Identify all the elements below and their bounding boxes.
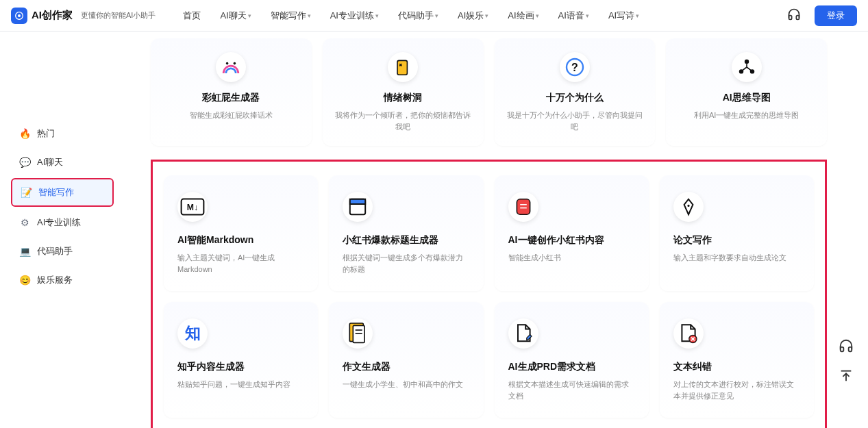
card-title: 文本纠错 — [673, 361, 800, 373]
sidebar-item[interactable]: 😊娱乐服务 — [11, 267, 114, 293]
sidebar-label: AI专业训练 — [37, 216, 81, 229]
nav-item[interactable]: AI绘画▾ — [508, 10, 538, 22]
card-desc: 一键生成小学生、初中和高中的作文 — [343, 379, 469, 390]
cards-row-3: 知 知乎内容生成器 粘贴知乎问题，一键生成知乎内容 作文生成器 一键生成小学生、… — [164, 302, 814, 418]
sidebar-item[interactable]: 💻代码助手 — [11, 238, 114, 264]
sidebar-label: 娱乐服务 — [37, 274, 73, 286]
tool-card[interactable]: M↓ AI智能Markdown 输入主题关键词，AI一键生成Markdown — [164, 175, 318, 291]
card-title: AI思维导图 — [677, 92, 816, 104]
card-title: 十万个为什么 — [506, 92, 645, 104]
sidebar-label: 智能写作 — [38, 186, 74, 199]
card-title: 知乎内容生成器 — [177, 361, 304, 373]
tool-card[interactable]: 情绪树洞 我将作为一个倾听者，把你的烦恼都告诉我吧 — [323, 38, 484, 146]
nav-label: AI绘画 — [508, 10, 534, 22]
nav-item[interactable]: AI语音▾ — [558, 10, 589, 22]
card-title: AI生成PRD需求文档 — [508, 361, 635, 373]
tool-card[interactable]: ? 十万个为什么 我是十万个为什么小助手，尽管向我提问吧 — [495, 38, 656, 146]
card-icon — [673, 318, 704, 349]
svg-point-3 — [234, 62, 236, 65]
tool-card[interactable]: 彩虹屁生成器 智能生成彩虹屁吹捧话术 — [151, 38, 312, 146]
card-desc: 根据文本描述生成可快速编辑的需求文档 — [508, 379, 635, 401]
nav-label: AI娱乐 — [458, 10, 484, 22]
card-title: 小红书爆款标题生成器 — [343, 234, 469, 247]
chevron-down-icon: ▾ — [586, 12, 589, 19]
card-desc: 粘贴知乎问题，一键生成知乎内容 — [177, 379, 304, 390]
nav: 首页AI聊天▾智能写作▾AI专业训练▾代码助手▾AI娱乐▾AI绘画▾AI语音▾A… — [183, 10, 787, 22]
sidebar-label: 热门 — [37, 127, 55, 140]
login-button[interactable]: 登录 — [815, 5, 857, 26]
card-desc: 输入主题和字数要求自动生成论文 — [673, 252, 800, 264]
logo[interactable]: AI创作家 — [11, 8, 73, 24]
card-desc: 智能生成彩虹屁吹捧话术 — [162, 110, 301, 121]
support-icon[interactable] — [835, 335, 857, 357]
card-icon — [508, 318, 538, 349]
nav-item[interactable]: 代码助手▾ — [398, 10, 438, 22]
svg-rect-20 — [354, 325, 365, 342]
tool-card[interactable]: AI一键创作小红书内容 智能生成小红书 — [495, 175, 649, 291]
card-title: 论文写作 — [673, 234, 800, 247]
nav-label: AI写诗 — [608, 10, 634, 22]
card-desc: 对上传的文本进行校对，标注错误文本并提供修正意见 — [673, 379, 800, 401]
sidebar-item[interactable]: ⚙AI专业训练 — [11, 210, 114, 236]
card-title: 彩虹屁生成器 — [162, 92, 301, 104]
svg-point-17 — [687, 205, 689, 207]
tool-card[interactable]: 知 知乎内容生成器 粘贴知乎问题，一键生成知乎内容 — [164, 302, 318, 418]
card-icon — [216, 52, 246, 82]
card-desc: 利用AI一键生成完整的思维导图 — [677, 110, 816, 121]
tagline: 更懂你的智能AI小助手 — [81, 10, 156, 21]
nav-label: AI语音 — [558, 10, 584, 22]
sidebar-item[interactable]: 💬AI聊天 — [11, 149, 114, 175]
tool-card[interactable]: AI思维导图 利用AI一键生成完整的思维导图 — [666, 38, 827, 146]
card-icon — [508, 192, 538, 222]
sidebar-item[interactable]: 🔥热门 — [11, 121, 114, 147]
tool-card[interactable]: 作文生成器 一键生成小学生、初中和高中的作文 — [329, 302, 483, 418]
card-desc: 智能生成小红书 — [508, 252, 635, 264]
card-icon — [343, 192, 373, 222]
chevron-down-icon: ▾ — [375, 12, 379, 19]
nav-label: 代码助手 — [398, 10, 434, 22]
nav-item[interactable]: 智能写作▾ — [271, 10, 311, 22]
svg-rect-13 — [350, 199, 365, 204]
card-title: AI一键创作小红书内容 — [508, 234, 635, 247]
logo-icon — [11, 8, 27, 24]
sidebar: 🔥热门💬AI聊天📝智能写作⚙AI专业训练💻代码助手😊娱乐服务 — [0, 32, 137, 428]
nav-item[interactable]: AI专业训练▾ — [330, 10, 379, 22]
nav-item[interactable]: AI聊天▾ — [220, 10, 251, 22]
back-to-top-icon[interactable] — [835, 365, 857, 387]
sidebar-icon: 💬 — [19, 157, 30, 168]
card-desc: 我是十万个为什么小助手，尽管向我提问吧 — [506, 110, 645, 132]
chevron-down-icon: ▾ — [485, 12, 488, 19]
svg-rect-14 — [517, 199, 530, 214]
card-title: 作文生成器 — [343, 361, 469, 373]
sidebar-icon: 😊 — [19, 275, 30, 286]
cards-row-top: 彩虹屁生成器 智能生成彩虹屁吹捧话术 情绪树洞 我将作为一个倾听者，把你的烦恼都… — [151, 38, 827, 146]
card-icon — [388, 52, 418, 82]
card-desc: 我将作为一个倾听者，把你的烦恼都告诉我吧 — [334, 110, 473, 132]
tool-card[interactable]: 小红书爆款标题生成器 根据关键词一键生成多个有爆款潜力的标题 — [329, 175, 483, 291]
sidebar-icon: 🔥 — [19, 128, 30, 139]
content: 彩虹屁生成器 智能生成彩虹屁吹捧话术 情绪树洞 我将作为一个倾听者，把你的烦恼都… — [137, 32, 868, 428]
svg-text:?: ? — [571, 62, 578, 73]
chevron-down-icon: ▾ — [536, 12, 539, 19]
sidebar-item[interactable]: 📝智能写作 — [11, 178, 114, 207]
nav-item[interactable]: 首页 — [183, 10, 201, 22]
card-desc: 输入主题关键词，AI一键生成Markdown — [177, 252, 304, 275]
svg-point-1 — [18, 14, 21, 17]
header: AI创作家 更懂你的智能AI小助手 首页AI聊天▾智能写作▾AI专业训练▾代码助… — [0, 0, 868, 32]
card-icon: M↓ — [177, 192, 208, 222]
chevron-down-icon: ▾ — [435, 12, 438, 19]
nav-item[interactable]: AI娱乐▾ — [458, 10, 488, 22]
tool-card[interactable]: 文本纠错 对上传的文本进行校对，标注错误文本并提供修正意见 — [660, 302, 814, 418]
tool-card[interactable]: 论文写作 输入主题和字数要求自动生成论文 — [660, 175, 814, 291]
card-title: AI智能Markdown — [177, 234, 304, 247]
main: 🔥热门💬AI聊天📝智能写作⚙AI专业训练💻代码助手😊娱乐服务 彩虹屁生成器 智能… — [0, 32, 868, 428]
nav-label: 首页 — [183, 10, 201, 22]
sidebar-label: AI聊天 — [37, 156, 63, 168]
float-actions — [835, 335, 857, 387]
nav-label: 智能写作 — [271, 10, 306, 22]
nav-item[interactable]: AI写诗▾ — [608, 10, 639, 22]
sidebar-label: 代码助手 — [37, 245, 73, 257]
headset-icon[interactable] — [787, 8, 801, 24]
svg-text:M↓: M↓ — [187, 203, 198, 212]
tool-card[interactable]: AI生成PRD需求文档 根据文本描述生成可快速编辑的需求文档 — [495, 302, 649, 418]
